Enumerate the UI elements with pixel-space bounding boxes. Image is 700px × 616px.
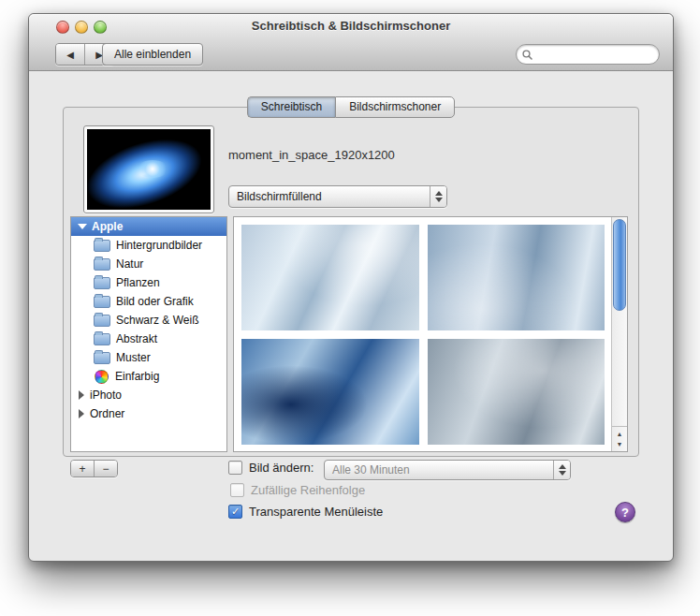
sidebar-item-schwarz-weiss[interactable]: Schwarz & Weiß [71, 311, 226, 330]
disclosure-right-icon[interactable] [79, 409, 84, 418]
folder-icon [94, 277, 110, 289]
folder-icon [94, 315, 110, 327]
sidebar-group-iphoto[interactable]: iPhoto [71, 386, 226, 404]
sidebar-item-label: Hintergrundbilder [116, 239, 202, 252]
scrollbar-track[interactable]: ▲ ▼ [611, 217, 627, 451]
change-picture-row: Bild ändern: [228, 461, 314, 475]
sidebar-group-apple[interactable]: Apple [71, 217, 226, 236]
window-title: Schreibtisch & Bildschirmschoner [29, 19, 673, 33]
wallpaper-thumbnail-4[interactable] [428, 339, 605, 445]
add-remove-segment: + − [70, 460, 118, 477]
remove-button[interactable]: − [94, 461, 117, 477]
sidebar-item-label: Einfarbig [115, 370, 159, 383]
current-wallpaper-preview [83, 125, 214, 213]
fill-mode-popup-label: Bildschirmfüllend [229, 190, 430, 203]
galaxy-image [87, 129, 211, 210]
interval-popup[interactable]: Alle 30 Minuten [324, 460, 571, 480]
source-list: Apple Hintergrundbilder Natur Pflanzen B… [70, 216, 227, 452]
scrollbar-thumb[interactable] [613, 219, 626, 311]
sidebar-item-label: Bild oder Grafik [116, 295, 194, 308]
window-titlebar: Schreibtisch & Bildschirmschoner ◀ ▶ All… [29, 14, 673, 71]
folder-icon [94, 333, 110, 345]
folder-icon [94, 240, 110, 252]
wallpaper-filename: moment_in_space_1920x1200 [228, 148, 395, 162]
sidebar-item-natur[interactable]: Natur [71, 255, 226, 273]
translucent-menubar-row: ✓ Transparente Menüleiste [228, 505, 383, 519]
change-picture-label: Bild ändern: [249, 461, 314, 475]
random-order-row: Zufällige Reihenfolge [230, 483, 365, 497]
translucent-menubar-checkbox[interactable]: ✓ [228, 505, 242, 519]
help-button[interactable]: ? [615, 502, 635, 522]
tab-control: Schreibtisch Bildschirmschoner [29, 96, 673, 118]
color-wheel-icon [95, 370, 109, 384]
wallpaper-thumbnail-2[interactable] [428, 225, 605, 330]
interval-popup-label: Alle 30 Minuten [325, 463, 553, 477]
folder-icon [94, 352, 110, 364]
wallpaper-grid: ▲ ▼ [233, 216, 628, 452]
random-order-label: Zufällige Reihenfolge [251, 483, 365, 497]
sidebar-item-pflanzen[interactable]: Pflanzen [71, 273, 226, 292]
sidebar-item-label: Muster [116, 351, 151, 364]
folder-icon [94, 258, 110, 271]
tab-schreibtisch[interactable]: Schreibtisch [247, 96, 335, 118]
fill-mode-popup[interactable]: Bildschirmfüllend [228, 185, 447, 208]
chevron-down-icon [435, 198, 443, 202]
search-input[interactable] [532, 46, 659, 63]
sidebar-item-einfarbig[interactable]: Einfarbig [71, 367, 226, 386]
change-picture-checkbox[interactable] [228, 461, 242, 475]
disclosure-down-icon[interactable] [78, 224, 87, 229]
random-order-checkbox[interactable] [230, 483, 244, 497]
back-button[interactable]: ◀ [56, 44, 84, 65]
sidebar-item-label: Abstrakt [116, 332, 157, 345]
checkmark-icon: ✓ [231, 506, 240, 517]
wallpaper-thumbnail-1[interactable] [241, 225, 419, 330]
sidebar-item-bild-oder-grafik[interactable]: Bild oder Grafik [71, 292, 226, 311]
scrollbar-arrows: ▲ ▼ [612, 426, 627, 451]
popup-stepper-icon [430, 186, 446, 207]
sidebar-group-label: Ordner [90, 407, 124, 420]
sidebar-group-label: Apple [92, 220, 123, 233]
sidebar-group-ordner[interactable]: Ordner [71, 404, 226, 423]
chevron-down-icon [559, 471, 566, 476]
wallpaper-thumbnail-3[interactable] [241, 339, 419, 445]
scroll-up-arrow-icon[interactable]: ▲ [617, 431, 623, 437]
sidebar-item-label: Pflanzen [116, 276, 160, 289]
search-icon [517, 50, 532, 60]
tab-bildschirmschoner[interactable]: Bildschirmschoner [335, 96, 455, 118]
disclosure-right-icon[interactable] [79, 390, 84, 400]
sidebar-item-label: Natur [116, 257, 143, 271]
folder-icon [94, 296, 110, 308]
chevron-up-icon [435, 191, 443, 196]
search-field[interactable] [516, 44, 660, 65]
sidebar-item-muster[interactable]: Muster [71, 348, 226, 367]
sidebar-item-label: Schwarz & Weiß [116, 314, 198, 327]
preferences-window: Schreibtisch & Bildschirmschoner ◀ ▶ All… [28, 13, 674, 562]
translucent-menubar-label: Transparente Menüleiste [249, 505, 383, 519]
popup-stepper-icon [553, 461, 570, 479]
chevron-up-icon [559, 464, 566, 469]
sidebar-item-abstrakt[interactable]: Abstrakt [71, 330, 226, 348]
sidebar-item-hintergrundbilder[interactable]: Hintergrundbilder [71, 236, 226, 255]
scroll-down-arrow-icon[interactable]: ▼ [617, 441, 623, 447]
show-all-button[interactable]: Alle einblenden [102, 43, 203, 66]
add-button[interactable]: + [71, 461, 94, 477]
sidebar-group-label: iPhoto [90, 389, 122, 402]
